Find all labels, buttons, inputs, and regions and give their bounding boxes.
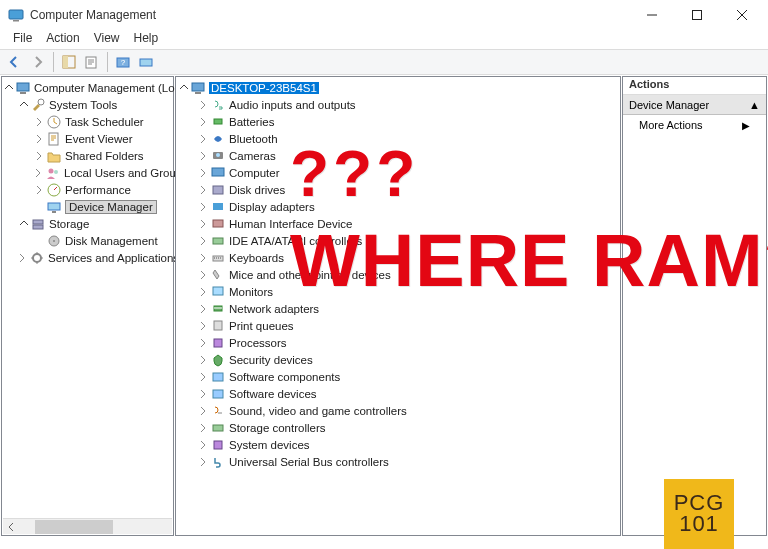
expand-icon[interactable]	[198, 304, 208, 314]
expand-icon[interactable]	[34, 117, 44, 127]
expand-icon[interactable]	[198, 100, 208, 110]
expand-icon[interactable]	[198, 321, 208, 331]
expand-icon[interactable]	[198, 440, 208, 450]
actions-selected[interactable]: Device Manager ▲	[623, 95, 766, 115]
nav-tree-item[interactable]: Services and Applications	[4, 249, 171, 266]
close-button[interactable]	[719, 1, 764, 30]
device-category-row[interactable]: Security devices	[178, 351, 618, 368]
minimize-button[interactable]	[629, 1, 674, 30]
expand-icon[interactable]	[34, 151, 44, 161]
expand-icon[interactable]	[18, 100, 28, 110]
nav-tree-item[interactable]: Disk Management	[4, 232, 171, 249]
device-category-row[interactable]: Mice and other pointing devices	[178, 266, 618, 283]
device-category-row[interactable]: Network adapters	[178, 300, 618, 317]
forward-button[interactable]	[27, 51, 49, 73]
expand-icon[interactable]	[198, 372, 208, 382]
category-label: Keyboards	[229, 252, 284, 264]
expand-icon[interactable]	[178, 83, 188, 93]
expand-icon[interactable]	[198, 389, 208, 399]
svg-rect-31	[213, 220, 223, 227]
device-category-row[interactable]: Batteries	[178, 113, 618, 130]
nav-tree-item[interactable]: Task Scheduler	[4, 113, 171, 130]
expand-icon[interactable]	[198, 185, 208, 195]
nav-tree-item[interactable]: System Tools	[4, 96, 171, 113]
scroll-thumb[interactable]	[35, 520, 113, 534]
device-category-row[interactable]: Storage controllers	[178, 419, 618, 436]
menu-view[interactable]: View	[87, 30, 127, 49]
expand-icon[interactable]	[18, 253, 27, 263]
device-root-row[interactable]: DESKTOP-23B54S1	[178, 79, 618, 96]
expand-icon[interactable]	[198, 219, 208, 229]
category-label: IDE ATA/ATAPI controllers	[229, 235, 362, 247]
properties-button[interactable]	[81, 51, 103, 73]
menu-file[interactable]: File	[6, 30, 39, 49]
device-category-row[interactable]: Cameras	[178, 147, 618, 164]
device-category-row[interactable]: Sound, video and game controllers	[178, 402, 618, 419]
maximize-button[interactable]	[674, 1, 719, 30]
category-icon	[210, 386, 226, 402]
nav-tree-item[interactable]: Local Users and Groups	[4, 164, 171, 181]
back-button[interactable]	[4, 51, 26, 73]
expand-icon[interactable]	[34, 185, 44, 195]
event-icon	[46, 131, 62, 147]
nav-tree-item[interactable]: Device Manager	[4, 198, 171, 215]
horizontal-scrollbar[interactable]	[3, 518, 172, 534]
expand-icon[interactable]	[198, 134, 208, 144]
help-button[interactable]: ?	[112, 51, 134, 73]
svg-rect-34	[213, 287, 223, 295]
expand-icon[interactable]	[198, 236, 208, 246]
expand-icon[interactable]	[198, 423, 208, 433]
device-category-row[interactable]: Audio inputs and outputs	[178, 96, 618, 113]
nav-tree-item[interactable]: Storage	[4, 215, 171, 232]
svg-rect-7	[140, 59, 152, 66]
expand-icon[interactable]	[198, 253, 208, 263]
device-category-row[interactable]: Print queues	[178, 317, 618, 334]
expand-icon[interactable]	[198, 202, 208, 212]
device-category-row[interactable]: IDE ATA/ATAPI controllers	[178, 232, 618, 249]
device-category-row[interactable]: Display adapters	[178, 198, 618, 215]
expand-icon[interactable]	[34, 236, 44, 246]
nav-tree-item[interactable]: Computer Management (Local	[4, 79, 171, 96]
device-category-row[interactable]: Software components	[178, 368, 618, 385]
device-category-row[interactable]: Monitors	[178, 283, 618, 300]
expand-icon[interactable]	[34, 168, 43, 178]
nav-tree-item[interactable]: Performance	[4, 181, 171, 198]
device-category-row[interactable]: Bluetooth	[178, 130, 618, 147]
device-category-row[interactable]: Universal Serial Bus controllers	[178, 453, 618, 470]
expand-icon[interactable]	[198, 117, 208, 127]
expand-icon[interactable]	[34, 134, 44, 144]
more-actions[interactable]: More Actions ▶	[623, 115, 766, 135]
svg-rect-8	[17, 83, 29, 91]
device-category-row[interactable]: Disk drives	[178, 181, 618, 198]
device-category-row[interactable]: Processors	[178, 334, 618, 351]
nav-item-label: Local Users and Groups	[64, 167, 188, 179]
device-category-row[interactable]: Software devices	[178, 385, 618, 402]
device-category-row[interactable]: Keyboards	[178, 249, 618, 266]
show-hide-button[interactable]	[58, 51, 80, 73]
nav-tree-panel: Computer Management (LocalSystem ToolsTa…	[1, 76, 174, 536]
svg-rect-24	[195, 92, 201, 94]
toolbar-separator	[53, 52, 54, 72]
device-category-row[interactable]: System devices	[178, 436, 618, 453]
menu-action[interactable]: Action	[39, 30, 86, 49]
expand-icon[interactable]	[18, 219, 28, 229]
expand-icon[interactable]	[4, 83, 13, 93]
expand-icon[interactable]	[198, 338, 208, 348]
nav-tree-item[interactable]: Event Viewer	[4, 130, 171, 147]
device-scan-button[interactable]	[135, 51, 157, 73]
expand-icon[interactable]	[198, 168, 208, 178]
expand-icon[interactable]	[198, 406, 208, 416]
device-category-row[interactable]: Computer	[178, 164, 618, 181]
svg-rect-17	[52, 211, 56, 213]
menu-help[interactable]: Help	[127, 30, 166, 49]
expand-icon[interactable]	[198, 355, 208, 365]
category-icon	[210, 216, 226, 232]
expand-icon[interactable]	[34, 202, 44, 212]
expand-icon[interactable]	[198, 457, 208, 467]
expand-icon[interactable]	[198, 270, 208, 280]
expand-icon[interactable]	[198, 287, 208, 297]
nav-tree-item[interactable]: Shared Folders	[4, 147, 171, 164]
expand-icon[interactable]	[198, 151, 208, 161]
device-category-row[interactable]: Human Interface Device	[178, 215, 618, 232]
category-label: Mice and other pointing devices	[229, 269, 391, 281]
